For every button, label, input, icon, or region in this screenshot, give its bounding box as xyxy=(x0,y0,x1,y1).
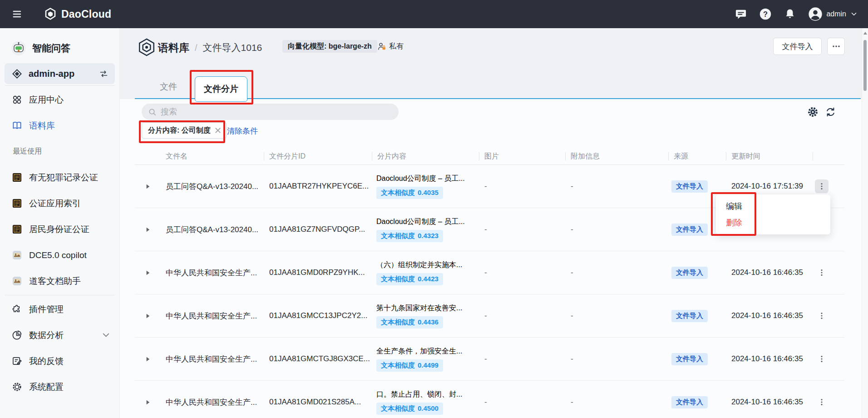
chevron-down-icon[interactable] xyxy=(101,330,111,340)
expand-icon[interactable] xyxy=(144,399,151,406)
chunk-id-cell: 01JAA81GMCC13JPC2Y2... xyxy=(264,311,372,320)
expand-icon[interactable] xyxy=(144,183,151,190)
table-row: 中华人民共和国安全生产...01JAA81GMD0RPZ9YHK...（六）组织… xyxy=(135,251,844,294)
chunk-content-cell: 全生产条件，加强安全生...文本相似度0.4499 xyxy=(372,347,479,372)
menu-icon[interactable] xyxy=(10,6,25,22)
switch-app-icon[interactable] xyxy=(99,69,108,79)
header-cell: 更新时间 xyxy=(726,152,813,161)
sidebar-item-book[interactable]: 语料库 xyxy=(0,113,119,139)
chunk-id-cell: 01JAA81GMD021S285A... xyxy=(264,398,372,407)
sidebar-item-pie[interactable]: 数据分析 xyxy=(0,322,119,348)
expander-cell xyxy=(135,313,160,319)
expander-cell xyxy=(135,269,160,276)
kebab-menu-button[interactable] xyxy=(815,266,829,279)
expander-cell xyxy=(135,226,160,233)
similarity-value: 0.4436 xyxy=(418,318,439,327)
sidebar-item-grid[interactable]: 应用中心 xyxy=(0,87,119,113)
sidebar-item-photo[interactable]: 道客文档助手 xyxy=(0,268,119,294)
header-cell: 文件名 xyxy=(160,152,264,161)
filter-chip-label: 分片内容: 公司制度 xyxy=(148,126,211,135)
similarity-value: 0.4499 xyxy=(418,361,439,370)
tab-file-chunks[interactable]: 文件分片 xyxy=(195,76,247,102)
chunk-content-text: 第十九条国家对在改善安... xyxy=(376,304,479,313)
tab-file-chunks-label: 文件分片 xyxy=(204,83,238,95)
sidebar-item-seal[interactable]: 公证应用索引 xyxy=(0,190,119,216)
chunk-id-cell: 01JAA81GMCTGJ8GX3CE... xyxy=(264,354,372,363)
file-name-cell: 员工问答Q&A-v13-20240... xyxy=(160,224,264,235)
breadcrumb-root[interactable]: 语料库 xyxy=(158,41,189,55)
sidebar-item-photo[interactable]: DCE5.0 copilot xyxy=(0,242,119,268)
sidebar-item-gear[interactable]: 系统配置 xyxy=(0,374,119,400)
search-input[interactable] xyxy=(161,107,392,117)
menu-item-delete[interactable]: 删除 xyxy=(716,214,830,231)
help-icon[interactable]: ? xyxy=(759,8,772,20)
file-import-button[interactable]: 文件导入 xyxy=(773,38,822,55)
kebab-menu-button[interactable] xyxy=(815,395,829,409)
refresh-icon[interactable] xyxy=(825,106,836,118)
header-cell-actions xyxy=(813,152,844,161)
breadcrumb-current: 文件导入1016 xyxy=(203,41,262,54)
filter-chip[interactable]: 分片内容: 公司制度 xyxy=(142,122,227,139)
kebab-menu-button[interactable] xyxy=(815,352,829,366)
tab-files[interactable]: 文件 xyxy=(160,81,177,93)
breadcrumb-separator: / xyxy=(195,43,197,53)
expand-icon[interactable] xyxy=(144,269,151,276)
scrollbar-thumb[interactable] xyxy=(863,40,867,91)
app-cube-icon xyxy=(12,69,22,79)
breadcrumb: 语料库 / 文件导入1016 xyxy=(158,40,262,55)
bell-icon[interactable] xyxy=(784,8,796,20)
chunk-content-cell: 第十九条国家对在改善安...文本相似度0.4436 xyxy=(372,304,479,328)
sidebar-item-puzzle[interactable]: 插件管理 xyxy=(0,296,119,322)
kebab-menu-button[interactable] xyxy=(815,309,829,323)
clear-filters-link[interactable]: 清除条件 xyxy=(227,126,258,136)
more-actions-button[interactable] xyxy=(827,38,845,55)
sidebar-item-label: 我的反馈 xyxy=(29,355,111,367)
actions-cell xyxy=(813,395,844,409)
similarity-label: 文本相似度 xyxy=(381,232,415,240)
header-cell: 附加信息 xyxy=(565,152,668,161)
image-cell: - xyxy=(479,182,565,191)
vertical-scrollbar[interactable] xyxy=(862,28,868,418)
kebab-menu-button[interactable] xyxy=(815,179,829,193)
similarity-label: 文本相似度 xyxy=(381,189,415,197)
chat-icon[interactable] xyxy=(735,8,747,20)
extra-info-cell: - xyxy=(565,354,668,363)
scroll-up-arrow[interactable] xyxy=(863,32,867,35)
expand-icon[interactable] xyxy=(144,313,151,319)
person-lock-icon xyxy=(378,42,386,51)
image-cell: - xyxy=(479,268,565,277)
expander-cell xyxy=(135,356,160,363)
sidebar-item-feedback[interactable]: 我的反馈 xyxy=(0,348,119,374)
sidebar-item-label: 应用中心 xyxy=(29,94,111,106)
table-header-row: 文件名文件分片ID分片内容图片附加信息来源更新时间 xyxy=(135,148,844,165)
image-cell: - xyxy=(479,225,565,234)
chunk-content-text: 口。禁止占用、锁闭、封... xyxy=(376,390,479,399)
similarity-label: 文本相似度 xyxy=(381,318,415,327)
chunk-content-text: （六）组织制定并实施本... xyxy=(376,260,479,270)
extra-info-cell: - xyxy=(565,182,668,191)
settings-gear-icon[interactable] xyxy=(807,106,819,118)
chunk-id-cell: 01JAA81GMD0RPZ9YHK... xyxy=(264,268,372,277)
sidebar-item-label: 公证应用索引 xyxy=(29,198,111,209)
app-title-label: 智能问答 xyxy=(32,42,70,55)
user-menu[interactable]: admin xyxy=(808,7,858,21)
menu-item-edit[interactable]: 编辑 xyxy=(716,198,830,214)
extra-info-cell: - xyxy=(565,225,668,234)
sidebar-item-admin-app[interactable]: admin-app xyxy=(5,63,115,84)
brand-logo[interactable]: DaoCloud xyxy=(44,7,111,21)
expand-icon[interactable] xyxy=(144,356,151,363)
close-icon[interactable] xyxy=(215,127,221,134)
sidebar-item-label: 道客文档助手 xyxy=(29,275,111,287)
source-tag: 文件导入 xyxy=(671,267,708,279)
chunk-id-cell: 01JAA81GZ7NGFVDQGP... xyxy=(264,225,372,234)
source-cell: 文件导入 xyxy=(668,267,726,279)
search-bar[interactable] xyxy=(142,104,399,120)
sidebar-item-seal[interactable]: 居民身份证公证 xyxy=(0,216,119,242)
source-tag: 文件导入 xyxy=(671,310,708,322)
visibility-label: 私有 xyxy=(378,40,404,53)
chunk-content-cell: Daocloud公司制度 – 员工...文本相似度0.4323 xyxy=(372,217,479,242)
sidebar-item-seal[interactable]: 有无犯罪记录公证 xyxy=(0,164,119,190)
source-tag: 文件导入 xyxy=(671,353,708,365)
seal-icon xyxy=(12,198,22,209)
expand-icon[interactable] xyxy=(144,226,151,233)
